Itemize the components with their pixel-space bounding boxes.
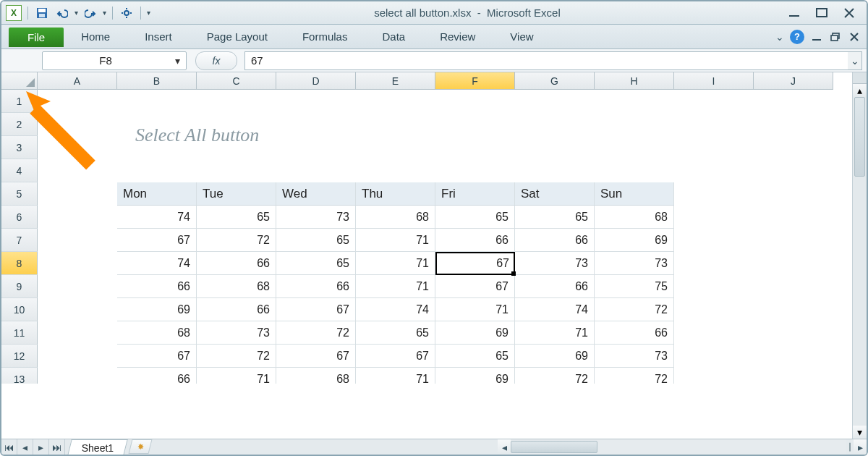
cell[interactable]: 71 bbox=[515, 321, 595, 345]
cell[interactable] bbox=[38, 321, 117, 345]
cell[interactable]: 71 bbox=[435, 298, 515, 321]
cell[interactable] bbox=[38, 298, 117, 321]
row-header[interactable]: 5 bbox=[1, 182, 38, 206]
cell[interactable]: 72 bbox=[197, 345, 276, 368]
cell[interactable]: 72 bbox=[515, 368, 595, 384]
row-header[interactable]: 13 bbox=[1, 368, 38, 384]
cell[interactable]: 74 bbox=[356, 298, 435, 321]
cell[interactable]: Wed bbox=[276, 182, 356, 206]
active-cell[interactable]: 67 bbox=[435, 252, 515, 275]
cell[interactable] bbox=[276, 136, 356, 159]
cell[interactable] bbox=[674, 368, 754, 384]
row-header[interactable]: 3 bbox=[1, 136, 38, 159]
new-sheet-icon[interactable]: ✸ bbox=[129, 439, 153, 454]
prev-sheet-icon[interactable]: ◂ bbox=[17, 439, 33, 455]
cell[interactable] bbox=[38, 229, 117, 252]
cell[interactable]: 68 bbox=[595, 206, 674, 229]
row-header[interactable]: 8 bbox=[1, 252, 38, 275]
cell[interactable]: 68 bbox=[276, 368, 356, 384]
touch-mode-icon[interactable] bbox=[119, 5, 135, 21]
cell[interactable]: 65 bbox=[276, 252, 356, 275]
doc-close-icon[interactable] bbox=[848, 30, 861, 43]
cell[interactable]: 73 bbox=[197, 321, 276, 345]
undo-icon[interactable] bbox=[54, 5, 70, 21]
cell[interactable] bbox=[754, 90, 833, 113]
cell[interactable]: 69 bbox=[435, 368, 515, 384]
cell[interactable] bbox=[38, 113, 117, 136]
sheet-tab[interactable]: Sheet1 bbox=[67, 439, 128, 455]
cell[interactable]: 72 bbox=[197, 229, 276, 252]
cell[interactable]: 73 bbox=[276, 206, 356, 229]
cell[interactable]: 67 bbox=[356, 345, 435, 368]
cell[interactable]: Mon bbox=[117, 182, 197, 206]
cell[interactable]: 65 bbox=[515, 206, 595, 229]
col-header-G[interactable]: G bbox=[515, 72, 595, 90]
cell[interactable] bbox=[754, 368, 833, 384]
name-box-dropdown-icon[interactable]: ▾ bbox=[169, 52, 186, 69]
cell[interactable]: 69 bbox=[595, 229, 674, 252]
first-sheet-icon[interactable]: ⏮ bbox=[1, 439, 17, 455]
cell[interactable] bbox=[754, 182, 833, 206]
cell[interactable]: 66 bbox=[515, 275, 595, 298]
cell[interactable] bbox=[38, 206, 117, 229]
tab-home[interactable]: Home bbox=[64, 25, 127, 48]
cell[interactable]: 75 bbox=[595, 275, 674, 298]
cell[interactable]: 73 bbox=[515, 252, 595, 275]
cell[interactable] bbox=[515, 113, 595, 136]
cell[interactable] bbox=[38, 252, 117, 275]
cell[interactable]: Sun bbox=[595, 182, 674, 206]
cell[interactable] bbox=[117, 90, 197, 113]
cell[interactable]: 66 bbox=[595, 321, 674, 345]
expand-formula-bar-icon[interactable]: ⌄ bbox=[848, 51, 862, 70]
col-header-C[interactable]: C bbox=[197, 72, 276, 90]
cell[interactable]: 68 bbox=[197, 275, 276, 298]
row-header[interactable]: 10 bbox=[1, 298, 38, 321]
cell[interactable]: 71 bbox=[356, 229, 435, 252]
cell[interactable] bbox=[197, 159, 276, 182]
cell[interactable] bbox=[515, 159, 595, 182]
cell[interactable] bbox=[754, 345, 833, 368]
tab-formulas[interactable]: Formulas bbox=[285, 25, 365, 48]
col-header-J[interactable]: J bbox=[754, 72, 833, 90]
cell[interactable] bbox=[38, 90, 117, 113]
cell[interactable] bbox=[674, 275, 754, 298]
cell[interactable]: 67 bbox=[276, 345, 356, 368]
close-icon[interactable] bbox=[839, 6, 859, 20]
col-header-F[interactable]: F bbox=[435, 72, 515, 90]
cell[interactable] bbox=[595, 136, 674, 159]
cell[interactable] bbox=[674, 182, 754, 206]
scroll-thumb[interactable] bbox=[854, 97, 865, 177]
cell[interactable] bbox=[754, 206, 833, 229]
file-tab[interactable]: File bbox=[9, 28, 64, 47]
save-icon[interactable] bbox=[34, 5, 50, 21]
cell[interactable] bbox=[674, 345, 754, 368]
tab-data[interactable]: Data bbox=[365, 25, 422, 48]
cell[interactable] bbox=[117, 159, 197, 182]
cell[interactable]: 66 bbox=[197, 252, 276, 275]
cell[interactable]: Tue bbox=[197, 182, 276, 206]
cell[interactable] bbox=[674, 159, 754, 182]
cell[interactable]: 72 bbox=[595, 368, 674, 384]
cell[interactable] bbox=[515, 136, 595, 159]
doc-minimize-icon[interactable] bbox=[810, 30, 823, 43]
col-header-I[interactable]: I bbox=[674, 72, 754, 90]
cell[interactable]: 67 bbox=[276, 298, 356, 321]
row-header[interactable]: 6 bbox=[1, 206, 38, 229]
scroll-left-icon[interactable]: ◂ bbox=[498, 439, 511, 455]
cell[interactable] bbox=[38, 368, 117, 384]
cell[interactable]: 65 bbox=[356, 321, 435, 345]
vertical-scrollbar[interactable]: ▴ ▾ bbox=[852, 72, 867, 439]
cell[interactable] bbox=[595, 159, 674, 182]
cell[interactable] bbox=[674, 252, 754, 275]
cell[interactable]: 65 bbox=[197, 206, 276, 229]
cell[interactable] bbox=[356, 113, 435, 136]
col-header-B[interactable]: B bbox=[117, 72, 197, 90]
row-header[interactable]: 7 bbox=[1, 229, 38, 252]
tab-page-layout[interactable]: Page Layout bbox=[190, 25, 285, 48]
cell[interactable] bbox=[38, 275, 117, 298]
scroll-thumb[interactable] bbox=[511, 441, 597, 453]
cell[interactable] bbox=[595, 90, 674, 113]
cell[interactable] bbox=[435, 136, 515, 159]
scroll-track[interactable] bbox=[511, 439, 846, 455]
ribbon-minimize-icon[interactable]: ⌄ bbox=[775, 31, 784, 43]
